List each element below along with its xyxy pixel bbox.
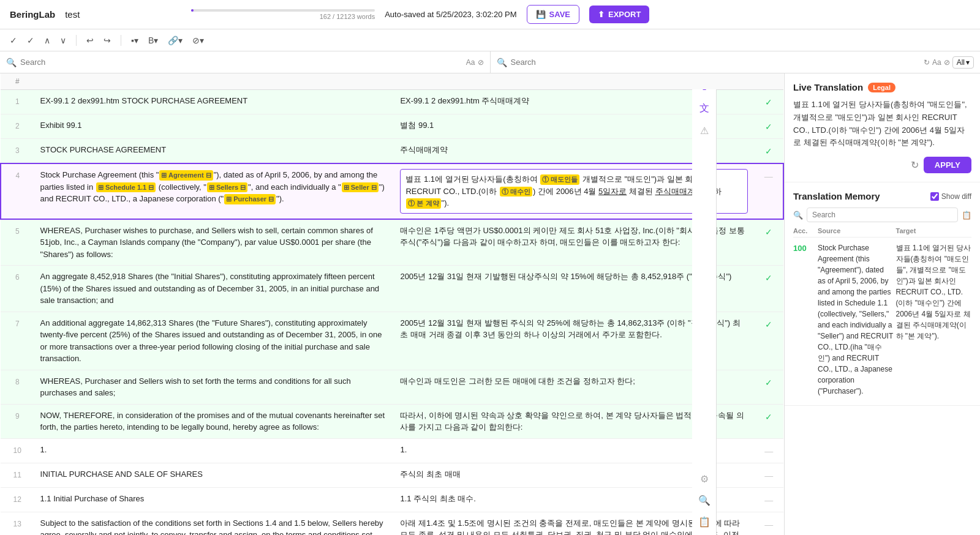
format-icon[interactable]: ▪▾ — [129, 34, 141, 47]
segment-num: 2 — [1, 114, 34, 139]
export-button[interactable]: ⬆ EXPORT — [589, 6, 649, 23]
segment-source: STOCK PURCHASE AGREEMENT — [34, 139, 394, 164]
tag: ⊞ Seller ⊟ — [342, 182, 379, 193]
regex-btn[interactable]: ⊘ — [478, 58, 484, 67]
segment-source: NOW, THEREFORE, in consideration of the … — [34, 404, 394, 438]
table-row[interactable]: 6An aggregate 8,452,918 Shares (the "Ini… — [1, 266, 783, 312]
table-row[interactable]: 9NOW, THEREFORE, in consideration of the… — [1, 404, 783, 438]
source-search-input[interactable] — [20, 58, 462, 67]
tag: ⊞ Purchaser ⊟ — [224, 194, 276, 204]
lt-actions: ↻ APPLY — [793, 157, 971, 173]
up-icon[interactable]: ∧ — [42, 34, 53, 47]
undo-icon[interactable]: ↩ — [84, 34, 96, 47]
table-row[interactable]: 11INITIAL PURCHASE AND SALE OF SHARES주식의… — [1, 463, 783, 487]
right-panel: Live Translation Legal 별표 1.1에 열거된 당사자들(… — [784, 73, 980, 535]
segment-status: ✓ — [754, 219, 783, 266]
check-all-icon[interactable]: ✓ — [7, 34, 20, 47]
tm-header: Translation Memory Show diff — [793, 191, 971, 201]
segment-source: 1.1 Initial Purchase of Shares — [34, 487, 394, 512]
source-search: 🔍 Aa ⊘ — [0, 51, 491, 73]
table-row[interactable]: 1EX-99.1 2 dex991.htm STOCK PURCHASE AGR… — [1, 90, 783, 114]
table-row[interactable]: 3STOCK PURCHASE AGREEMENT주식매매계약✓ — [1, 139, 783, 164]
link-icon[interactable]: 🔗▾ — [165, 34, 185, 47]
tm-title: Translation Memory — [793, 191, 880, 201]
tm-search-input[interactable] — [807, 208, 958, 222]
redo-icon[interactable]: ↪ — [101, 34, 113, 47]
save-icon: 💾 — [536, 10, 546, 19]
check-green-icon: ✓ — [765, 273, 772, 283]
table-row[interactable]: 4Stock Purchase Agreement (this "⊞ Agree… — [1, 163, 783, 219]
translation-memory-section: Translation Memory Show diff 🔍 📋 Acc. So… — [785, 182, 980, 406]
segment-num: 10 — [1, 438, 34, 463]
warning-icon[interactable]: ⚠ — [698, 122, 711, 139]
col-num-header: # — [1, 73, 34, 90]
lt-text: 별표 1.1에 열거된 당사자들(총칭하여 "매도인들", 개별적으로 "매도인… — [793, 99, 971, 149]
target-case-btn[interactable]: Aa — [932, 58, 941, 67]
check-green-icon: ✓ — [765, 412, 772, 422]
segments-table-area: # 1EX-99.1 2 dex991.htm STOCK PURCHASE A… — [0, 73, 784, 535]
check-icon[interactable]: ✓ — [24, 34, 37, 47]
tm-col-target: Target — [896, 227, 972, 234]
table-row[interactable]: 5WHEREAS, Purchaser wishes to purchase, … — [1, 219, 783, 266]
tm-columns: Acc. Source Target — [793, 227, 971, 238]
progress-bar-fill — [191, 9, 194, 12]
case-sensitive-btn[interactable]: Aa — [466, 58, 475, 67]
show-diff-checkbox[interactable] — [930, 192, 939, 201]
clipboard-icon[interactable]: 📋 — [696, 514, 713, 530]
bold-icon[interactable]: B▾ — [146, 34, 160, 47]
segment-status: — — [754, 487, 783, 512]
segment-source: EX-99.1 2 dex991.htm STOCK PURCHASE AGRE… — [34, 90, 394, 114]
segment-status: — — [754, 463, 783, 487]
target-search-icon: 🔍 — [497, 58, 507, 67]
segment-num: 3 — [1, 139, 34, 164]
special-icon[interactable]: ⊘▾ — [190, 34, 206, 47]
check-dash-icon: — — [764, 171, 773, 181]
settings-icon[interactable]: ⚙ — [698, 471, 711, 487]
segment-status: ✓ — [754, 114, 783, 139]
tag: ① 본 계약 — [406, 198, 440, 209]
source-search-options: Aa ⊘ — [466, 58, 484, 67]
tag: ⊞ Schedule 1.1 ⊟ — [96, 182, 156, 193]
memory-search-icon[interactable]: 🔍 — [696, 492, 713, 509]
refresh-translation-button[interactable]: ↻ — [911, 159, 919, 171]
segment-source: WHEREAS, Purchaser wishes to purchase, a… — [34, 219, 394, 266]
segment-status: ✓ — [754, 370, 783, 404]
tm-search-icon: 🔍 — [793, 211, 803, 220]
save-button[interactable]: 💾 SAVE — [527, 5, 579, 24]
down-icon[interactable]: ∨ — [58, 34, 69, 47]
table-row[interactable]: 121.1 Initial Purchase of Shares1.1 주식의 … — [1, 487, 783, 512]
target-regex-btn[interactable]: ⊘ — [944, 58, 950, 67]
segment-source: An aggregate 8,452,918 Shares (the "Init… — [34, 266, 394, 312]
translate-icon[interactable]: 文 — [697, 100, 712, 118]
list-item[interactable]: 100 Stock Purchase Agreement (this "Agre… — [793, 242, 971, 397]
check-dash-icon: — — [764, 495, 773, 505]
table-row[interactable]: 13Subject to the satisfaction of the con… — [1, 512, 783, 535]
panel-icon-bar: ℹ 文 ⚠ ⚙ 🔍 📋 — [692, 73, 717, 535]
col-source-header — [34, 73, 394, 90]
source-search-icon: 🔍 — [6, 58, 17, 67]
tm-clipboard-icon[interactable]: 📋 — [962, 211, 971, 220]
app-logo: BeringLab — [10, 9, 55, 20]
segment-num: 7 — [1, 312, 34, 370]
table-row[interactable]: 8WHEREAS, Purchaser and Sellers wish to … — [1, 370, 783, 404]
show-diff-label[interactable]: Show diff — [930, 192, 971, 201]
apply-translation-button[interactable]: APPLY — [924, 157, 971, 173]
table-row[interactable]: 101.1.— — [1, 438, 783, 463]
target-search-input[interactable] — [511, 58, 920, 67]
filter-dropdown[interactable]: All ▾ — [952, 56, 974, 69]
progress-bar-wrap — [191, 9, 375, 12]
tm-acc: 100 — [793, 242, 815, 397]
table-row[interactable]: 7An additional aggregate 14,862,313 Shar… — [1, 312, 783, 370]
table-row[interactable]: 2Exhibit 99.1별첨 99.1✓ — [1, 114, 783, 139]
segment-source: An additional aggregate 14,862,313 Share… — [34, 312, 394, 370]
segment-status: ✓ — [754, 266, 783, 312]
refresh-search-btn[interactable]: ↻ — [924, 58, 930, 67]
export-icon: ⬆ — [598, 10, 605, 19]
target-search-controls: ↻ Aa ⊘ All ▾ — [924, 56, 974, 69]
tag: ⊞ Agreement ⊟ — [159, 170, 213, 181]
check-green-icon: ✓ — [765, 378, 772, 387]
show-diff-text: Show diff — [941, 192, 971, 201]
lt-badge: Legal — [868, 83, 895, 92]
segment-num: 11 — [1, 463, 34, 487]
document-title-input[interactable] — [65, 9, 181, 20]
